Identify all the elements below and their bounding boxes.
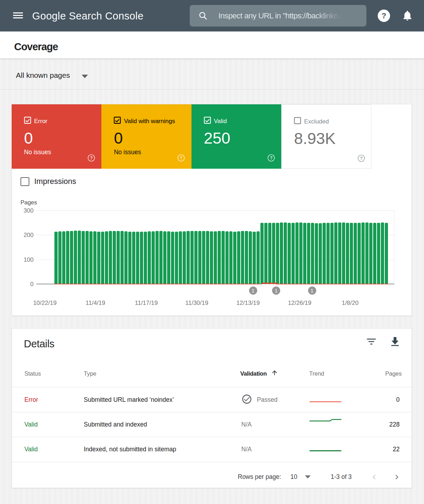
svg-text:?: ? (180, 156, 183, 161)
svg-text:?: ? (360, 156, 363, 161)
svg-text:?: ? (270, 156, 272, 161)
svg-text:?: ? (90, 156, 93, 161)
